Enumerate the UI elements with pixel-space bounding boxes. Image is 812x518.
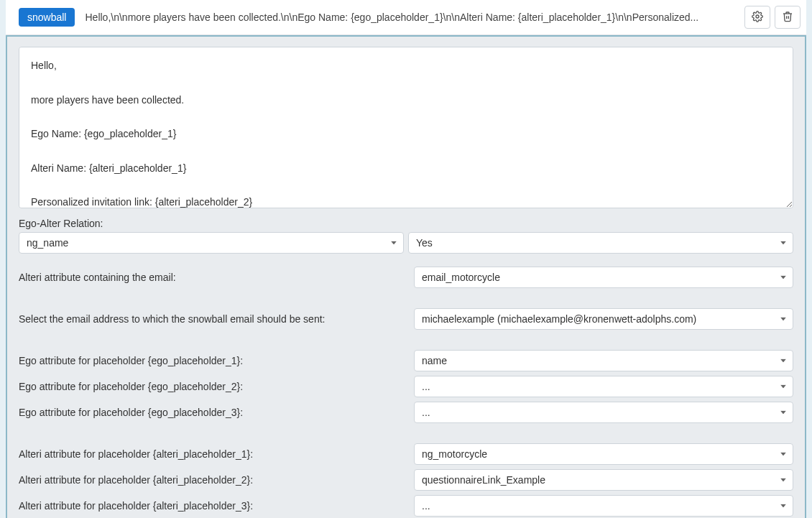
alteri-email-attr-wrap: email_motorcycle <box>414 267 793 288</box>
ego-alter-relation-right-wrap: Yes <box>408 232 793 254</box>
alt-ph1-wrap: ng_motorcycle <box>414 443 793 465</box>
gear-icon <box>752 11 763 24</box>
alt-ph3-select[interactable]: ... <box>414 495 793 517</box>
spacer <box>19 292 793 304</box>
send-to-address-wrap: michaelexample (michaelexample@kronenwet… <box>414 308 793 330</box>
alteri-email-attr-select[interactable]: email_motorcycle <box>414 267 793 288</box>
spacer <box>19 427 793 439</box>
ego-alter-relation-right-select[interactable]: Yes <box>408 232 793 254</box>
svg-point-0 <box>756 15 759 18</box>
alt-ph1-select[interactable]: ng_motorcycle <box>414 443 793 465</box>
ego-ph2-select[interactable]: ... <box>414 376 793 397</box>
delete-button[interactable] <box>775 6 801 29</box>
ego-ph2-wrap: ... <box>414 376 793 397</box>
ego-ph1-wrap: name <box>414 350 793 371</box>
email-body-textarea[interactable] <box>19 47 793 208</box>
alt-ph2-wrap: questionnaireLink_Example <box>414 469 793 491</box>
config-panel: Ego-Alter Relation: ng_name Yes Al <box>6 35 806 518</box>
header-bar: snowball Hello,\n\nmore players have bee… <box>6 0 806 35</box>
ego-ph1-label: Ego attribute for placeholder {ego_place… <box>19 352 407 369</box>
alteri-email-attr-label: Alteri attribute containing the email: <box>19 269 407 286</box>
alt-ph2-label: Alteri attribute for placeholder {alteri… <box>19 471 407 489</box>
spacer <box>19 334 793 346</box>
trash-icon <box>782 11 793 24</box>
alt-ph2-select[interactable]: questionnaireLink_Example <box>414 469 793 491</box>
ego-ph1-select[interactable]: name <box>414 350 793 371</box>
alt-ph1-label: Alteri attribute for placeholder {alteri… <box>19 445 407 463</box>
ego-ph3-label: Ego attribute for placeholder {ego_place… <box>19 404 407 421</box>
ego-ph3-wrap: ... <box>414 402 793 423</box>
ego-alter-relation-left-select[interactable]: ng_name <box>19 232 404 254</box>
module-chip: snowball <box>19 8 75 27</box>
alt-ph3-label: Alteri attribute for placeholder {alteri… <box>19 497 407 514</box>
ego-alter-relation-left-wrap: ng_name <box>19 232 404 254</box>
form-grid: Alteri attribute containing the email: e… <box>19 267 793 517</box>
ego-ph3-select[interactable]: ... <box>414 402 793 423</box>
ego-ph2-label: Ego attribute for placeholder {ego_place… <box>19 378 407 395</box>
config-panel-inner: Ego-Alter Relation: ng_name Yes Al <box>7 37 805 518</box>
ego-alter-relation-label: Ego-Alter Relation: <box>19 218 793 229</box>
header-summary: Hello,\n\nmore players have been collect… <box>79 11 740 23</box>
app-stage: snowball Hello,\n\nmore players have bee… <box>0 0 812 518</box>
send-to-address-select[interactable]: michaelexample (michaelexample@kronenwet… <box>414 308 793 330</box>
ego-alter-relation-block: Ego-Alter Relation: ng_name Yes <box>19 218 793 254</box>
alt-ph3-wrap: ... <box>414 495 793 517</box>
send-to-address-label: Select the email address to which the sn… <box>19 310 407 328</box>
settings-button[interactable] <box>744 6 770 29</box>
